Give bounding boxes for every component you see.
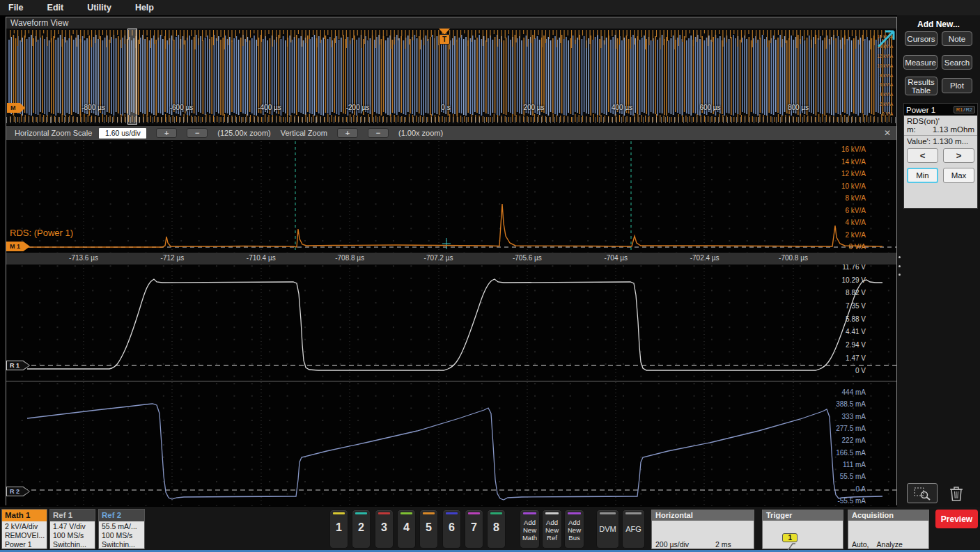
rising-edge-icon bbox=[784, 542, 796, 552]
ref1-y-axis: 11.76 V 10.29 V 8.82 V 7.35 V 5.88 V 4.4… bbox=[842, 265, 866, 381]
overview-ruler-ticks bbox=[6, 117, 896, 123]
trigger-t-badge: T bbox=[439, 34, 450, 45]
menu-bar: File Edit Utility Help bbox=[0, 0, 980, 15]
ref1-plot-area[interactable]: 11.76 V 10.29 V 8.82 V 7.35 V 5.88 V 4.4… bbox=[6, 265, 896, 381]
hzoom-minus-button[interactable]: − bbox=[187, 128, 208, 138]
dvm-button[interactable]: DVM bbox=[596, 510, 619, 549]
math-trace bbox=[27, 204, 882, 247]
trigger-panel[interactable]: Trigger 1 0 V bbox=[762, 510, 843, 549]
settings-bar: Math 1 2 kV/A/div REMOVEI... Power 1 Ref… bbox=[0, 507, 980, 550]
channel-6-button[interactable]: 6 bbox=[442, 510, 461, 549]
power1-measurement-badge[interactable]: Power 1 R1 / R2 RDS(on)' m: 1.13 mOhm Va… bbox=[903, 103, 978, 209]
channel-3-button[interactable]: 3 bbox=[375, 510, 394, 549]
hzoom-factor: (125.00x zoom) bbox=[217, 129, 270, 137]
zoom-x-tick: -712 µs bbox=[148, 254, 196, 262]
power1-value-line: Value': 1.130 m... bbox=[907, 137, 974, 145]
power1-title: Power 1 bbox=[906, 106, 935, 114]
zoom-x-tick: -704 µs bbox=[591, 254, 640, 262]
trigger-tick bbox=[442, 238, 451, 249]
ref2-y-axis: 444 mA 388.5 mA 333 mA 277.5 mA 222 mA 1… bbox=[836, 388, 866, 505]
ref2-plot-area[interactable]: 444 mA 388.5 mA 333 mA 277.5 mA 222 mA 1… bbox=[6, 382, 896, 506]
overview-x-tick: 400 µs bbox=[600, 104, 644, 113]
channel-1-button[interactable]: 1 bbox=[329, 510, 348, 549]
ref1-plot-svg bbox=[6, 265, 896, 381]
prev-occurrence-button[interactable]: < bbox=[907, 148, 938, 163]
vzoom-factor: (1.00x zoom) bbox=[398, 129, 443, 137]
horizontal-panel[interactable]: Horizontal 200 µs/div2 ms SR: 625 MS/s1.… bbox=[651, 510, 754, 549]
next-occurrence-button[interactable]: > bbox=[943, 148, 974, 163]
overview-x-tick: -600 µs bbox=[160, 104, 204, 113]
zoom-x-axis-strip: -713.6 µs -712 µs -710.4 µs -708.8 µs -7… bbox=[6, 253, 896, 265]
power1-m-label: m: bbox=[907, 125, 916, 134]
channel-2-button[interactable]: 2 bbox=[352, 510, 371, 549]
cursors-button[interactable]: Cursors bbox=[905, 31, 938, 46]
add-new-bus-button[interactable]: Add New Bus bbox=[564, 510, 584, 549]
trigger-source-badge: 1 bbox=[782, 533, 798, 542]
zoom-x-tick: -700.8 µs bbox=[769, 254, 818, 262]
preview-button[interactable]: Preview bbox=[935, 510, 978, 528]
ref2-trace bbox=[27, 404, 882, 500]
channel-8-button[interactable]: 8 bbox=[487, 510, 506, 549]
menu-help[interactable]: Help bbox=[135, 3, 154, 13]
menu-edit[interactable]: Edit bbox=[47, 3, 64, 13]
trigger-position-marker[interactable]: T bbox=[438, 29, 451, 45]
zoom-x-tick: -707.2 µs bbox=[414, 254, 463, 262]
ref1-badge[interactable]: Ref 1 1.47 V/div 100 MS/s Switchin... bbox=[49, 509, 95, 549]
overview-x-tick: -200 µs bbox=[336, 104, 380, 113]
acquisition-panel[interactable]: Acquisition Auto, Analyze Sample: 12 bit… bbox=[848, 510, 929, 549]
math-plot-svg bbox=[6, 141, 896, 253]
waveform-view-title: Waveform View bbox=[6, 17, 896, 29]
max-button[interactable]: Max bbox=[943, 168, 974, 183]
add-new-math-button[interactable]: Add New Math bbox=[520, 510, 540, 549]
overview-zoom-corner-icon[interactable] bbox=[877, 30, 895, 51]
trash-button[interactable] bbox=[948, 484, 965, 505]
zoom-mode-button[interactable] bbox=[907, 483, 938, 503]
horizontal-zoom-label: Horizontal Zoom Scale bbox=[15, 129, 92, 137]
note-button[interactable]: Note bbox=[942, 31, 972, 46]
overview-x-axis: -800 µs -600 µs -400 µs -200 µs 0 s 200 … bbox=[71, 104, 820, 113]
zoom-x-tick: -702.4 µs bbox=[680, 254, 729, 262]
ref2-badge[interactable]: Ref 2 55.5 mA/... 100 MS/s Switchin... bbox=[98, 509, 145, 549]
hzoom-plus-button[interactable]: + bbox=[156, 128, 177, 138]
vzoom-plus-button[interactable]: + bbox=[337, 128, 358, 138]
horizontal-title: Horizontal bbox=[652, 510, 754, 521]
ref2-plot-svg bbox=[6, 382, 896, 506]
trash-icon bbox=[948, 484, 965, 503]
afg-button[interactable]: AFG bbox=[622, 510, 645, 549]
divider bbox=[904, 135, 977, 136]
math1-badge[interactable]: Math 1 2 kV/A/div REMOVEI... Power 1 bbox=[1, 509, 47, 549]
menu-utility[interactable]: Utility bbox=[87, 3, 111, 13]
waveform-view-panel: Waveform View -800 µs -600 µs -400 µs -2… bbox=[6, 17, 897, 505]
zoom-x-tick: -710.4 µs bbox=[237, 254, 286, 262]
measurement-gates bbox=[295, 141, 631, 253]
min-button[interactable]: Min bbox=[907, 168, 938, 183]
plot-button[interactable]: Plot bbox=[942, 78, 972, 93]
overview-x-tick: 800 µs bbox=[776, 104, 820, 113]
oscilloscope-screen: File Edit Utility Help Waveform View -80… bbox=[0, 0, 980, 552]
math-y-axis: 16 kV/A 14 kV/A 12 kV/A 10 kV/A 8 kV/A 6… bbox=[841, 145, 866, 251]
results-sidebar: Add New... Cursors Note Measure Search R… bbox=[897, 15, 980, 507]
math-plot-area[interactable]: RDS: (Power 1) 16 kV/A 14 kV/A 12 kV/A 1… bbox=[6, 141, 896, 253]
close-zoom-icon[interactable]: ✕ bbox=[884, 128, 891, 138]
acquisition-overview[interactable]: -800 µs -600 µs -400 µs -200 µs 0 s 200 … bbox=[6, 29, 896, 125]
zoom-scale-bar: Horizontal Zoom Scale 1.60 us/div + − (1… bbox=[6, 126, 896, 140]
power1-m-value: 1.13 mOhm bbox=[933, 125, 974, 134]
zoom-window-indicator[interactable] bbox=[127, 29, 137, 125]
overview-x-tick: 0 s bbox=[423, 104, 468, 113]
results-table-button[interactable]: Results Table bbox=[905, 77, 938, 95]
splitter-handle[interactable] bbox=[898, 256, 901, 276]
channel-5-button[interactable]: 5 bbox=[419, 510, 438, 549]
channel-7-button[interactable]: 7 bbox=[465, 510, 483, 549]
overview-x-tick: 600 µs bbox=[688, 104, 733, 113]
measure-button[interactable]: Measure bbox=[903, 55, 938, 70]
search-button[interactable]: Search bbox=[942, 55, 972, 70]
ref1-badge-title: Ref 1 bbox=[50, 510, 95, 521]
channel-4-button[interactable]: 4 bbox=[397, 510, 416, 549]
math-source-label: RDS: (Power 1) bbox=[10, 228, 73, 238]
horizontal-zoom-scale-input[interactable]: 1.60 us/div bbox=[99, 128, 146, 139]
add-new-title: Add New... bbox=[897, 19, 980, 29]
ref1-trace bbox=[27, 279, 882, 370]
menu-file[interactable]: File bbox=[8, 3, 24, 13]
add-new-ref-button[interactable]: Add New Ref bbox=[542, 510, 562, 549]
vzoom-minus-button[interactable]: − bbox=[368, 128, 389, 138]
